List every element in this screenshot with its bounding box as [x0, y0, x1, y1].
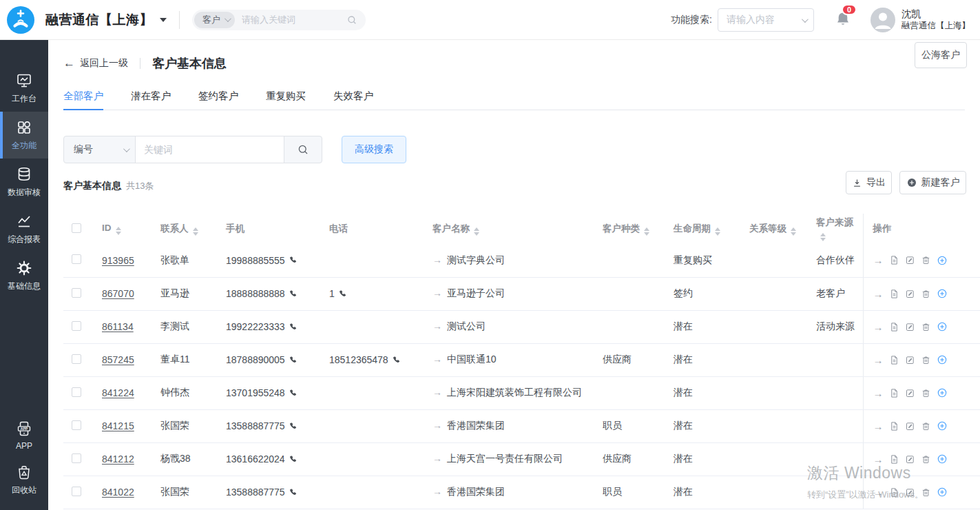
open-detail-icon[interactable]: →: [873, 487, 884, 498]
export-button[interactable]: 导出: [846, 171, 892, 194]
column-id[interactable]: ID: [102, 214, 160, 244]
delete-icon[interactable]: [921, 421, 931, 431]
customer-id-link[interactable]: 861134: [102, 321, 134, 332]
customer-id-link[interactable]: 841224: [102, 387, 134, 398]
filter-field-select[interactable]: 编号: [64, 136, 135, 163]
column-category[interactable]: 客户种类: [603, 214, 674, 244]
open-detail-icon[interactable]: →: [873, 453, 884, 465]
tab-invalid-customers[interactable]: 失效客户: [333, 81, 373, 110]
sidebar-item-app[interactable]: APP APP: [0, 414, 48, 458]
phone-icon[interactable]: [289, 323, 298, 332]
back-button[interactable]: ← 返回上一级: [63, 57, 128, 70]
sidebar-item-workbench[interactable]: 工作台: [0, 65, 48, 112]
sidebar-item-recycle-bin[interactable]: 回收站: [0, 458, 48, 502]
phone-icon[interactable]: [289, 488, 298, 497]
customer-id-link[interactable]: 867070: [102, 288, 134, 299]
tab-potential-customers[interactable]: 潜在客户: [131, 81, 171, 110]
document-icon[interactable]: [889, 487, 899, 498]
phone-icon[interactable]: [289, 289, 298, 298]
open-detail-icon[interactable]: →: [873, 354, 884, 366]
phone-icon[interactable]: [289, 455, 298, 464]
delete-icon[interactable]: [921, 388, 931, 398]
column-contact[interactable]: 联系人: [160, 214, 226, 244]
sort-icon[interactable]: [116, 227, 121, 235]
document-icon[interactable]: [889, 355, 899, 365]
column-lifecycle[interactable]: 生命周期: [674, 214, 749, 244]
phone-icon[interactable]: [338, 289, 347, 298]
user-block[interactable]: 沈凯 融营通信【上海】: [901, 8, 970, 32]
phone-icon[interactable]: [289, 256, 298, 265]
global-search-input[interactable]: [242, 14, 346, 25]
sort-icon[interactable]: [474, 227, 479, 236]
customer-name-cell[interactable]: →香港国荣集团: [432, 409, 603, 442]
customer-name-cell[interactable]: →中国联通10: [432, 343, 603, 376]
brand-caret-icon[interactable]: [160, 18, 167, 22]
document-icon[interactable]: [889, 322, 899, 332]
edit-icon[interactable]: [905, 487, 915, 498]
edit-icon[interactable]: [905, 388, 915, 398]
open-detail-icon[interactable]: →: [873, 420, 884, 432]
add-circle-icon[interactable]: [937, 354, 948, 365]
customer-name-cell[interactable]: →香港国荣集团: [432, 476, 603, 509]
add-circle-icon[interactable]: [937, 453, 948, 465]
add-circle-icon[interactable]: [937, 321, 948, 332]
phone-icon[interactable]: [289, 389, 298, 398]
phone-icon[interactable]: [289, 422, 298, 431]
edit-icon[interactable]: [905, 454, 915, 465]
delete-icon[interactable]: [921, 322, 931, 332]
delete-icon[interactable]: [921, 355, 931, 365]
edit-icon[interactable]: [905, 355, 915, 365]
customer-id-link[interactable]: 841022: [102, 487, 134, 498]
row-checkbox[interactable]: [72, 387, 81, 397]
add-circle-icon[interactable]: [937, 288, 948, 299]
tab-signed-customers[interactable]: 签约客户: [198, 81, 238, 110]
delete-icon[interactable]: [921, 454, 931, 465]
delete-icon[interactable]: [921, 289, 931, 299]
customer-id-link[interactable]: 841215: [102, 420, 134, 431]
open-detail-icon[interactable]: →: [873, 254, 884, 266]
document-icon[interactable]: [889, 421, 899, 431]
row-checkbox[interactable]: [72, 487, 81, 496]
search-scope-tag[interactable]: 客户: [194, 12, 235, 28]
select-all-checkbox[interactable]: [72, 223, 81, 233]
row-checkbox[interactable]: [72, 354, 81, 364]
customer-id-link[interactable]: 841212: [102, 453, 134, 465]
row-checkbox[interactable]: [72, 254, 81, 264]
document-icon[interactable]: [889, 289, 899, 299]
tab-repeat-purchase[interactable]: 重复购买: [266, 81, 306, 110]
open-detail-icon[interactable]: →: [873, 387, 884, 399]
sort-icon[interactable]: [820, 233, 826, 241]
sidebar-item-all-functions[interactable]: 全功能: [0, 112, 48, 159]
tab-all-customers[interactable]: 全部客户: [63, 81, 103, 110]
customer-name-cell[interactable]: →测试字典公司: [432, 244, 603, 277]
customer-name-cell[interactable]: →上海天宫一号责任有限公司: [432, 442, 603, 476]
keyword-input[interactable]: [136, 136, 284, 163]
phone-icon[interactable]: [392, 356, 401, 365]
func-search-select[interactable]: 请输入内容: [718, 8, 814, 32]
customer-name-cell[interactable]: →测试公司: [432, 310, 603, 343]
create-customer-button[interactable]: 新建客户: [899, 171, 966, 194]
column-relation[interactable]: 关系等级: [749, 214, 816, 244]
row-checkbox[interactable]: [72, 321, 81, 331]
document-icon[interactable]: [889, 255, 899, 265]
column-source[interactable]: 客户来源: [816, 214, 863, 244]
document-icon[interactable]: [889, 454, 899, 465]
sort-icon[interactable]: [193, 227, 198, 236]
app-logo-icon[interactable]: [7, 6, 34, 34]
customer-name-cell[interactable]: →上海宋阳建筑装饰工程有限公司: [432, 376, 603, 409]
customer-name-cell[interactable]: →亚马逊子公司: [432, 277, 603, 310]
open-detail-icon[interactable]: →: [873, 321, 884, 333]
add-circle-icon[interactable]: [937, 255, 948, 266]
notification-bell[interactable]: 0: [835, 10, 853, 30]
edit-icon[interactable]: [905, 421, 915, 431]
document-icon[interactable]: [889, 388, 899, 398]
open-detail-icon[interactable]: →: [873, 288, 884, 300]
delete-icon[interactable]: [921, 255, 931, 265]
edit-icon[interactable]: [905, 322, 915, 332]
sidebar-item-data-audit[interactable]: 数据审核: [0, 159, 48, 205]
search-button[interactable]: [284, 136, 322, 163]
edit-icon[interactable]: [905, 289, 915, 299]
row-checkbox[interactable]: [72, 420, 81, 430]
sort-icon[interactable]: [715, 227, 720, 236]
customer-id-link[interactable]: 857245: [102, 354, 134, 365]
